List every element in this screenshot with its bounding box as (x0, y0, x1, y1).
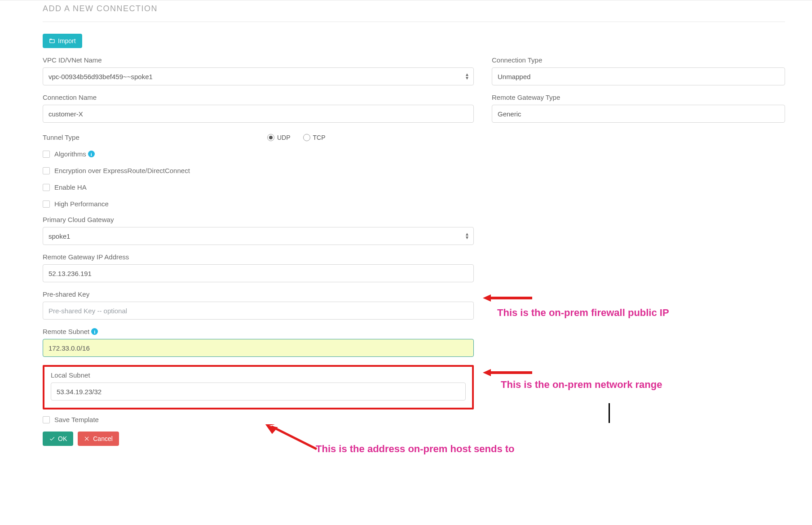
annotation-arrow-1 (483, 294, 532, 303)
remote-gw-ip-label: Remote Gateway IP Address (43, 253, 474, 261)
tunnel-tcp-label: TCP (313, 134, 326, 141)
conn-name-label: Connection Name (43, 93, 474, 101)
svg-marker-1 (483, 369, 532, 376)
conn-type-group: Connection Type (492, 56, 785, 85)
annotation-text-1: This is the on-prem firewall public IP (497, 307, 669, 319)
psk-input[interactable] (43, 302, 474, 320)
annotation-text-2: This is the on-prem network range (501, 379, 662, 391)
high-perf-label: High Performance (54, 200, 109, 208)
remote-gw-ip-input[interactable] (43, 264, 474, 282)
encrypt-er-row: Encryption over ExpressRoute/DirectConne… (43, 167, 474, 174)
tunnel-type-row: Tunnel Type UDP TCP (43, 133, 474, 141)
ok-button-label: OK (58, 435, 67, 442)
tunnel-tcp-radio[interactable]: TCP (303, 134, 326, 141)
remote-gw-ip-group: Remote Gateway IP Address (43, 253, 474, 282)
annotation-arrow-2 (483, 368, 532, 377)
high-perf-checkbox[interactable] (43, 200, 50, 208)
remote-gw-type-label: Remote Gateway Type (492, 93, 785, 101)
high-perf-row: High Performance (43, 200, 474, 208)
algorithms-checkbox[interactable] (43, 151, 50, 158)
save-template-checkbox[interactable] (43, 416, 50, 423)
cancel-button[interactable]: Cancel (78, 432, 119, 446)
vpc-label: VPC ID/VNet Name (43, 56, 474, 64)
enable-ha-label: Enable HA (54, 183, 87, 191)
psk-group: Pre-shared Key (43, 290, 474, 320)
import-button[interactable]: Import (43, 34, 82, 48)
local-subnet-label: Local Subnet (51, 371, 466, 379)
remote-gw-type-select[interactable] (492, 105, 785, 123)
annotation-arrow-3 (263, 424, 321, 456)
encrypt-er-checkbox[interactable] (43, 167, 50, 174)
annotation-text-3: This is the address on-prem host sends t… (316, 443, 515, 455)
cancel-button-label: Cancel (93, 435, 113, 442)
info-icon[interactable]: i (91, 328, 98, 335)
conn-type-label: Connection Type (492, 56, 785, 64)
algorithms-label: Algorithms (54, 150, 86, 158)
vpc-select[interactable] (43, 67, 474, 85)
save-template-row: Save Template (43, 416, 474, 423)
tunnel-udp-label: UDP (277, 134, 291, 141)
tunnel-type-label: Tunnel Type (43, 133, 263, 141)
radio-checked-icon (267, 134, 274, 141)
save-template-label: Save Template (54, 416, 99, 423)
remote-gw-type-group: Remote Gateway Type (492, 93, 785, 123)
algorithms-row: Algorithms i (43, 150, 474, 158)
remote-subnet-group: Remote Subnet i (43, 328, 474, 357)
info-icon[interactable]: i (88, 151, 95, 157)
psk-label: Pre-shared Key (43, 290, 474, 298)
conn-name-input[interactable] (43, 105, 474, 123)
tunnel-udp-radio[interactable]: UDP (267, 134, 291, 141)
vpc-group: VPC ID/VNet Name ▲▼ (43, 56, 474, 85)
panel-body: Import VPC ID/VNet Name ▲▼ Connection Ty… (43, 22, 785, 451)
enable-ha-checkbox[interactable] (43, 184, 50, 191)
import-button-label: Import (58, 37, 76, 44)
encrypt-er-label: Encryption over ExpressRoute/DirectConne… (54, 167, 190, 174)
primary-gw-group: Primary Cloud Gateway ▲▼ (43, 216, 474, 245)
check-icon (49, 436, 55, 442)
close-icon (84, 436, 90, 442)
enable-ha-row: Enable HA (43, 183, 474, 191)
primary-gw-label: Primary Cloud Gateway (43, 216, 474, 223)
folder-open-icon (49, 38, 55, 44)
ok-button[interactable]: OK (43, 432, 73, 446)
local-subnet-highlight: Local Subnet (43, 365, 474, 409)
svg-marker-0 (483, 294, 532, 302)
panel-heading: ADD A NEW CONNECTION (43, 0, 785, 22)
primary-gw-select[interactable] (43, 227, 474, 245)
conn-type-select[interactable] (492, 67, 785, 85)
remote-subnet-input[interactable] (43, 339, 474, 357)
conn-name-group: Connection Name (43, 93, 474, 123)
remote-subnet-label: Remote Subnet (43, 328, 89, 335)
text-cursor-icon (609, 403, 610, 423)
local-subnet-input[interactable] (51, 383, 466, 400)
radio-unchecked-icon (303, 134, 310, 141)
